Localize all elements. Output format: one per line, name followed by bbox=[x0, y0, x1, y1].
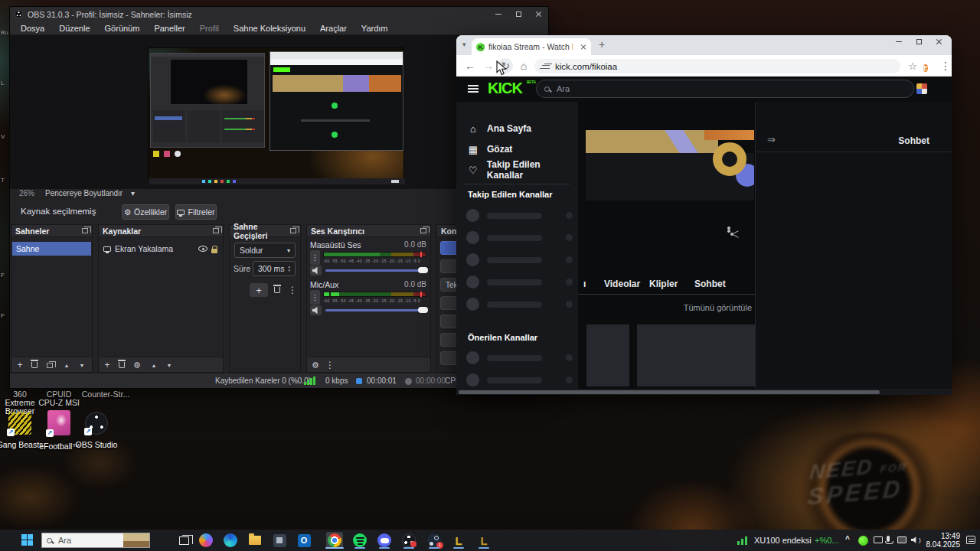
move-source-up-button[interactable]: ▲ bbox=[148, 360, 160, 370]
sidebar-item-browse[interactable]: ▦ Gözat bbox=[456, 139, 578, 159]
browser-tab-active[interactable]: K fikoiaa Stream - Watch Live on bbox=[472, 38, 591, 55]
browser-close-button[interactable] bbox=[929, 35, 949, 48]
move-scene-up-button[interactable]: ▲ bbox=[60, 360, 73, 370]
chat-collapse-icon[interactable]: ⇒ bbox=[767, 134, 776, 145]
menu-dosya[interactable]: Dosya bbox=[21, 24, 44, 33]
add-scene-button[interactable]: + bbox=[14, 360, 26, 370]
source-item[interactable]: Ekran Yakalama bbox=[100, 242, 222, 256]
menu-sahne-koleksiyonu[interactable]: Sahne Koleksiyonu bbox=[234, 24, 305, 33]
menu-duzenle[interactable]: Düzenle bbox=[59, 24, 90, 33]
maximize-button[interactable] bbox=[508, 8, 528, 21]
steam-icon[interactable]: 1 bbox=[426, 532, 443, 549]
transitions-dock-header[interactable]: Sahne Geçişleri bbox=[230, 225, 300, 237]
kick-tray-icon[interactable] bbox=[858, 536, 868, 546]
l-game-icon[interactable]: L bbox=[450, 532, 467, 549]
hidden-icons-chevron[interactable]: ^ bbox=[845, 535, 850, 543]
kick-search-bar[interactable] bbox=[536, 80, 914, 98]
task-view-button[interactable] bbox=[175, 532, 192, 549]
minimize-button[interactable] bbox=[488, 8, 508, 21]
scenes-dock-header[interactable]: Sahneler bbox=[11, 225, 92, 237]
pixel-art-icon[interactable] bbox=[916, 83, 927, 94]
channel1-kebab-icon[interactable]: ⋮ bbox=[310, 250, 320, 265]
transition-select[interactable]: Soldur ▾ bbox=[234, 243, 296, 258]
lock-icon[interactable] bbox=[211, 249, 217, 253]
microphone-icon[interactable] bbox=[887, 536, 890, 542]
notification-center-icon[interactable] bbox=[966, 536, 975, 544]
move-source-down-button[interactable]: ▼ bbox=[163, 360, 175, 370]
l-game-icon-2[interactable]: L bbox=[475, 532, 492, 549]
taskbar-search-input[interactable] bbox=[57, 535, 110, 546]
profile-avatar[interactable]: E bbox=[923, 60, 928, 74]
browser-maximize-button[interactable] bbox=[909, 35, 929, 48]
duplicate-scene-button[interactable] bbox=[44, 360, 56, 370]
remove-transition-button[interactable] bbox=[271, 285, 283, 295]
close-button[interactable] bbox=[528, 8, 548, 21]
spotify-icon[interactable] bbox=[351, 532, 368, 549]
edge-icon[interactable] bbox=[222, 532, 239, 549]
view-all-link[interactable]: Tümünü görüntüle bbox=[684, 303, 752, 312]
hamburger-menu-icon[interactable] bbox=[468, 85, 479, 93]
popout-icon[interactable] bbox=[290, 228, 296, 233]
obs-titlebar[interactable]: OBS 31.0.3 - Profil: İsimsiz - Sahneler:… bbox=[10, 7, 548, 21]
stock-chart-icon[interactable] bbox=[737, 535, 750, 545]
desktop-icon-label[interactable]: Counter-Str... bbox=[80, 390, 132, 399]
video-card-placeholder[interactable] bbox=[586, 324, 629, 386]
spinner-down-icon[interactable]: ▾ bbox=[288, 269, 290, 272]
remove-scene-button[interactable] bbox=[28, 360, 41, 370]
kick-search-input[interactable] bbox=[555, 83, 708, 94]
kick-logo[interactable]: KICK bbox=[488, 80, 522, 97]
ticker-change[interactable]: +%0... bbox=[815, 536, 839, 545]
network-icon[interactable] bbox=[897, 536, 906, 543]
new-tab-button[interactable]: + bbox=[599, 38, 605, 51]
mixer-kebab-icon[interactable]: ⋮ bbox=[324, 360, 336, 370]
tab-search-chevron-icon[interactable]: ▾ bbox=[462, 41, 466, 48]
menu-araclar[interactable]: Araçlar bbox=[320, 24, 347, 33]
app-icon-dark[interactable] bbox=[271, 532, 288, 549]
scrollbar-thumb[interactable] bbox=[459, 390, 880, 394]
duration-input[interactable]: 300 ms ▴ ▾ bbox=[253, 261, 296, 276]
add-transition-button[interactable]: + bbox=[250, 283, 268, 297]
clock[interactable]: 13:49 8.04.2025 bbox=[926, 532, 961, 549]
start-button[interactable] bbox=[21, 534, 33, 546]
chevron-down-icon[interactable]: ▾ bbox=[131, 189, 135, 197]
channel2-kebab-icon[interactable]: ⋮ bbox=[310, 290, 320, 305]
cast-icon[interactable] bbox=[874, 536, 883, 543]
chrome-icon-active[interactable] bbox=[326, 532, 343, 549]
channel2-volume-slider[interactable] bbox=[325, 309, 426, 311]
sidebar-item-followed[interactable]: ♡ Takip Edilen Kanallar bbox=[456, 160, 578, 180]
popout-icon[interactable] bbox=[82, 228, 88, 233]
copilot-icon[interactable] bbox=[198, 532, 214, 549]
forward-icon[interactable]: → bbox=[481, 58, 496, 73]
bookmark-star-icon[interactable]: ☆ bbox=[905, 58, 920, 73]
sources-dock-header[interactable]: Kaynaklar bbox=[99, 225, 223, 237]
volume-icon[interactable]: ) bbox=[911, 536, 921, 543]
ticker-label[interactable]: XU100 endeksi bbox=[754, 536, 812, 545]
menu-gorunum[interactable]: Görünüm bbox=[105, 24, 140, 33]
remove-source-button[interactable] bbox=[116, 360, 128, 370]
move-scene-down-button[interactable]: ▼ bbox=[76, 360, 88, 370]
advanced-audio-gear-icon[interactable]: ⚙ bbox=[309, 360, 322, 370]
add-source-button[interactable]: + bbox=[101, 360, 113, 370]
home-icon[interactable]: ⌂ bbox=[516, 58, 531, 73]
channel2-speaker-icon[interactable] bbox=[310, 305, 322, 315]
sidebar-item-home[interactable]: ⌂ Ana Sayfa bbox=[456, 119, 578, 139]
channel1-volume-slider[interactable] bbox=[325, 269, 426, 272]
source-properties-gear-icon[interactable]: ⚙ bbox=[131, 360, 143, 370]
popout-icon[interactable] bbox=[420, 228, 426, 233]
back-icon[interactable]: ← bbox=[462, 58, 478, 73]
channel1-speaker-icon[interactable] bbox=[310, 266, 322, 276]
discord-icon[interactable] bbox=[376, 532, 393, 549]
menu-profil[interactable]: Profil bbox=[200, 24, 219, 33]
channel-tab-fragment[interactable]: ı bbox=[583, 279, 586, 289]
scene-item-selected[interactable]: Sahne bbox=[12, 242, 91, 256]
taskbar-search-box[interactable] bbox=[41, 533, 150, 548]
channel-tab-videos[interactable]: Videolar bbox=[604, 279, 640, 289]
browser-minimize-button[interactable] bbox=[889, 35, 909, 48]
video-card-placeholder[interactable] bbox=[637, 324, 755, 386]
tab-close-icon[interactable] bbox=[580, 44, 586, 50]
file-explorer-icon[interactable] bbox=[247, 532, 263, 549]
menu-paneller[interactable]: Paneller bbox=[154, 24, 185, 33]
fit-mode-label[interactable]: Pencereye Boyutlandır bbox=[45, 189, 122, 197]
browser-menu-kebab-icon[interactable]: ⋮ bbox=[938, 58, 953, 73]
visibility-eye-icon[interactable] bbox=[198, 246, 207, 252]
